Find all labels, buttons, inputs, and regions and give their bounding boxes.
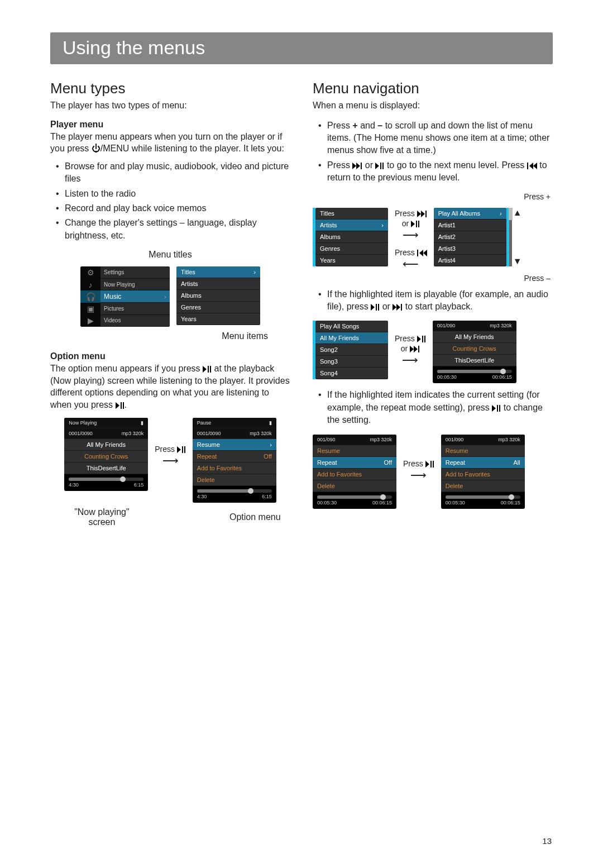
list-item: Browse for and play music, audiobook, vi… (65, 160, 290, 185)
menu-title-label: Titles (181, 269, 195, 275)
option-item: Delete (193, 474, 276, 486)
option-item: Resume (313, 445, 396, 457)
next-icon (352, 163, 362, 169)
txt: The option menu appears if you press (50, 364, 203, 373)
txt: Press – (524, 274, 551, 283)
menu-item: Genres (176, 302, 260, 313)
opt-label: Repeat (197, 453, 217, 460)
player-menu-para-text: The player menu appears when you turn on… (50, 132, 284, 154)
counter: 0001/0090 (69, 431, 93, 436)
codec: mp3 320k (122, 431, 144, 436)
screen-subheader: 0001/0090 mp3 320k (193, 428, 276, 439)
nav-menu-a: Titles Artists › Albums Genres Years (315, 208, 388, 266)
option-menu-screen: Pause ▮ 0001/0090 mp3 320k Resume › Repe… (193, 418, 276, 503)
menu-item-label: All My Friends (320, 335, 359, 341)
progress-fill (446, 495, 511, 499)
option-item: Delete (441, 480, 525, 492)
home-item: Pictures (100, 303, 170, 315)
now-playing-caption: "Now playing" screen (60, 507, 143, 527)
txt: Press (327, 121, 352, 130)
home-item-selected: Music › (100, 290, 170, 303)
plus-icon: + (352, 121, 357, 130)
progress-fill (317, 495, 383, 499)
play-pause-icon (375, 163, 384, 169)
music-menu-screen: Titles › Artists Albums Genres Years (176, 266, 260, 325)
menu-item: Play All Songs (315, 321, 388, 332)
player-menu-sub: Player menu (50, 120, 290, 130)
progress-knob (500, 369, 506, 374)
next-icon (393, 304, 403, 311)
option-menu-para: The option menu appears if you press at … (50, 363, 290, 411)
progress-knob (120, 476, 126, 482)
list-item: Change the player's settings – language,… (65, 217, 290, 242)
elapsed: 00:05:30 (317, 500, 337, 505)
menu-item: Song4 (315, 368, 388, 379)
opt-label: Resume (197, 441, 220, 448)
option-item: Delete (313, 480, 396, 492)
opt-label: Resume (446, 447, 468, 454)
elapsed: 4:30 (197, 494, 207, 499)
header-title: Pause (197, 420, 212, 426)
option-item-selected: Resume › (193, 439, 276, 451)
elapsed: 00:05:30 (437, 374, 457, 380)
menu-item: Albums (176, 290, 260, 302)
list-item: Listen to the radio (65, 188, 290, 200)
total: 00:06:15 (372, 500, 392, 505)
opt-label: Delete (197, 476, 215, 483)
menu-item: Genres (315, 243, 388, 255)
arrow-right-icon: ⟶ (410, 469, 427, 480)
screen-subheader: 001/090 mp3 320k (441, 435, 525, 445)
scroll-thumb (509, 208, 513, 220)
arrow-left-icon: ⟵ (403, 258, 419, 269)
next-icon (417, 211, 427, 217)
option-item: Resume (441, 445, 525, 457)
menu-item: Albums (315, 231, 388, 243)
time-bar: 00:05:30 00:06:15 (441, 500, 525, 509)
artist-name: Counting Crows (64, 451, 148, 462)
player-menu-para: The player menu appears when you turn on… (50, 131, 290, 155)
menu-item-selected: All My Friends (315, 332, 388, 344)
txt: to start playback. (405, 302, 473, 311)
option-menu-sub: Option menu (50, 351, 290, 361)
counter: 0001/0090 (197, 431, 221, 436)
nav-menu-b: Play All Albums › Artist1 Artist2 Artist… (434, 208, 506, 266)
opt-label: Add to Favorites (197, 465, 242, 471)
menu-item: Artist1 (434, 220, 506, 231)
progress-knob (509, 494, 514, 500)
progress-knob (380, 494, 386, 500)
prev-icon (527, 163, 537, 169)
menu-item: Song3 (315, 356, 388, 368)
total: 00:06:15 (492, 374, 512, 380)
pictures-icon: ▣ (80, 303, 100, 315)
screen-subheader: 0001/0090 mp3 320k (64, 428, 148, 439)
option-item: Add to Favorites (193, 462, 276, 474)
codec: mp3 320k (250, 431, 272, 436)
arrow-up-icon: ▲ (513, 208, 522, 218)
progress-bar (446, 495, 520, 499)
menu-item: Artist2 (434, 231, 506, 243)
txt: Press (395, 209, 417, 218)
option-menu-caption: Option menu (229, 512, 281, 522)
player-menu-list: Browse for and play music, audiobook, vi… (50, 160, 290, 242)
time-bar: 4:30 6:15 (64, 482, 148, 491)
progress-fill (69, 478, 122, 481)
txt: Press (403, 459, 425, 468)
menu-title-row: Titles › (176, 266, 260, 278)
list-item: Record and play back voice memos (65, 202, 290, 214)
progress-bar (317, 495, 392, 499)
play-pause-icon (203, 366, 212, 373)
screen-header: Pause ▮ (193, 418, 276, 428)
screen-header: Now Playing ▮ (64, 418, 148, 428)
arrow-down-icon: ▼ (513, 256, 522, 266)
play-pause-icon (371, 304, 380, 311)
progress-bar (437, 370, 512, 373)
page-banner: Using the menus (50, 32, 553, 64)
play-pause-icon (177, 446, 186, 453)
menu-item: Years (176, 313, 260, 325)
arrow-right-icon: ⟶ (402, 354, 418, 365)
txt: Press (395, 248, 417, 257)
txt: to go to the next menu level. Press (387, 160, 527, 170)
repeat-screen-b: 001/090 mp3 320k Resume Repeat All Add t… (441, 435, 525, 509)
opt-value: Off (384, 459, 392, 466)
time-bar: 00:05:30 00:06:15 (433, 374, 516, 383)
